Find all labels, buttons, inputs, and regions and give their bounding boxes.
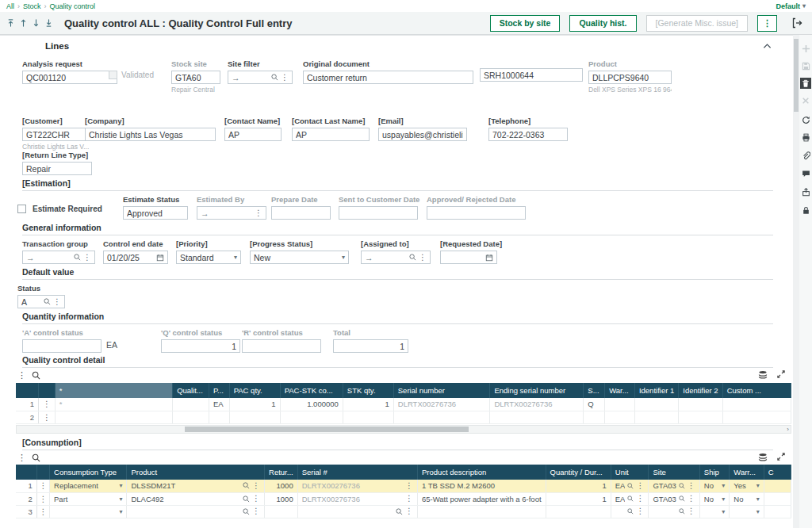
cell-serial[interactable]: DLRTX00276736⋮	[297, 480, 417, 492]
chevron-down-icon[interactable]: ▾	[722, 482, 725, 489]
previous-record-icon[interactable]	[19, 18, 28, 28]
cell-ship[interactable]: ▾	[699, 505, 729, 518]
cell-s[interactable]: Q	[584, 398, 605, 411]
search-icon[interactable]	[243, 508, 250, 515]
chevron-down-icon[interactable]: ▾	[756, 495, 760, 503]
company-input[interactable]: Christie Lights Las Vegas	[85, 128, 216, 141]
header-identifier-1[interactable]: Identifier 1	[634, 383, 678, 398]
sent-to-customer-date-input[interactable]	[339, 206, 418, 220]
cell-identifier-2[interactable]	[679, 411, 722, 423]
cell-serial-number[interactable]	[393, 411, 490, 423]
cell-unit[interactable]: EA⋮	[611, 480, 649, 492]
cell-stk-qty[interactable]: 1	[343, 398, 393, 411]
print-icon[interactable]	[800, 132, 811, 143]
calendar-icon[interactable]	[485, 254, 493, 262]
kebab-icon[interactable]: ⋮	[636, 495, 644, 503]
grid-search-icon[interactable]	[32, 453, 40, 462]
a-control-status-input[interactable]	[22, 339, 102, 353]
cell-pac-qty[interactable]	[229, 411, 280, 423]
cell-identifier-1[interactable]	[634, 398, 678, 411]
cell-c[interactable]	[764, 505, 791, 518]
kebab-icon[interactable]: ⋮	[419, 254, 427, 262]
header-identifier-2[interactable]: Identifier 2	[679, 383, 722, 398]
chevron-down-icon[interactable]: ▾	[119, 508, 122, 515]
expand-grid-icon[interactable]	[777, 370, 785, 380]
chevron-down-icon[interactable]: ▾	[756, 482, 760, 489]
comment-icon[interactable]	[800, 168, 811, 179]
breadcrumb-item-stock[interactable]: Stock	[23, 2, 41, 10]
kebab-icon[interactable]: ⋮	[252, 507, 260, 515]
transaction-group-input[interactable]: → ⋮	[22, 251, 95, 264]
header-s[interactable]: S...	[584, 383, 605, 398]
kebab-icon[interactable]: ⋮	[281, 74, 289, 82]
cell-site[interactable]: ⋮	[649, 505, 699, 518]
search-icon[interactable]	[627, 495, 634, 502]
cell-product-description[interactable]: 65-Watt power adapter with a 6-foot	[417, 492, 546, 505]
cell-identifier-2[interactable]	[679, 398, 722, 411]
analysis-request-input[interactable]: QC001120	[22, 71, 117, 84]
chevron-down-icon[interactable]: ▾	[119, 482, 122, 489]
more-actions-button[interactable]: ⋮	[757, 15, 777, 32]
kebab-icon[interactable]: ⋮	[636, 507, 644, 515]
header-serial[interactable]: Serial #	[297, 465, 417, 480]
kebab-icon[interactable]: ⋮	[252, 495, 260, 503]
cell-retur[interactable]: 1000	[265, 480, 298, 492]
row-menu-icon[interactable]: ⋮	[39, 495, 47, 503]
estimated-by-input[interactable]: → ⋮	[197, 206, 266, 220]
header-product[interactable]: Product	[127, 465, 265, 480]
assigned-to-input[interactable]: → ⋮	[361, 251, 431, 264]
grid-menu-icon[interactable]: ⋮	[17, 453, 26, 463]
cell-pac-stk[interactable]	[280, 411, 343, 423]
row-number[interactable]: 2	[16, 411, 39, 423]
search-icon[interactable]	[271, 74, 278, 81]
control-end-date-input[interactable]: 01/20/25	[103, 251, 168, 264]
email-input[interactable]: uspayables@christielites.cor	[378, 128, 467, 141]
original-document-input[interactable]: Customer return	[303, 71, 473, 84]
search-icon[interactable]	[679, 495, 685, 502]
chevron-down-icon[interactable]: ▾	[722, 495, 725, 503]
cell-stk-qty[interactable]	[343, 411, 393, 423]
search-icon[interactable]	[396, 508, 403, 515]
header-unit[interactable]: Unit	[611, 465, 649, 480]
calendar-icon[interactable]	[156, 254, 164, 262]
cell-identifier-1[interactable]	[634, 411, 678, 423]
cell-retur[interactable]: 1000	[265, 492, 298, 505]
collapse-section-icon[interactable]	[763, 43, 772, 49]
header-war[interactable]: War...	[605, 383, 635, 398]
kebab-icon[interactable]: ⋮	[53, 298, 61, 306]
header-pac-unit[interactable]: P...	[209, 383, 229, 398]
cell-site[interactable]: GTA03⋮	[649, 480, 699, 492]
scrollbar-thumb[interactable]	[794, 39, 799, 112]
grid-menu-icon[interactable]: ⋮	[17, 370, 26, 381]
header-quantity-dur[interactable]: Quantity / Dur...	[546, 465, 611, 480]
kebab-icon[interactable]: ⋮	[405, 507, 413, 515]
stock-by-site-button[interactable]: Stock by site	[490, 15, 561, 32]
site-filter-input[interactable]: → ⋮	[228, 71, 293, 84]
kebab-icon[interactable]: ⋮	[636, 482, 644, 490]
status-input[interactable]: A ⋮	[17, 295, 65, 308]
progress-status-select[interactable]: New ▾	[250, 251, 349, 264]
cell-product-description[interactable]: 1 TB SSD M.2 M2600	[417, 480, 546, 492]
cell-ending-serial[interactable]: DLRTX00276736	[490, 398, 584, 411]
quality-hist-button[interactable]: Quality hist.	[569, 15, 636, 32]
cell-war[interactable]	[605, 411, 635, 423]
row-number[interactable]: 1	[16, 480, 36, 492]
search-icon[interactable]	[74, 254, 81, 261]
cell-product[interactable]: ⋮	[127, 505, 265, 518]
cell-custom[interactable]	[722, 411, 791, 423]
chevron-down-icon[interactable]: ▾	[119, 495, 122, 503]
cell-star[interactable]	[55, 411, 172, 423]
cell-site[interactable]: GTA03⋮	[649, 492, 699, 505]
vertical-scrollbar[interactable]	[793, 35, 799, 528]
header-custom[interactable]: Custom ...	[722, 383, 791, 398]
contact-last-name-input[interactable]: AP	[292, 128, 370, 141]
cell-ending-serial[interactable]	[490, 411, 584, 423]
header-site[interactable]: Site	[649, 465, 699, 480]
search-icon[interactable]	[627, 508, 634, 515]
prepare-date-input[interactable]	[271, 206, 331, 220]
share-icon[interactable]	[800, 186, 811, 197]
document-number-input[interactable]: SRH1000644	[480, 68, 583, 82]
cell-quantity[interactable]: 1	[546, 492, 611, 505]
cell-pac-stk[interactable]: 1.000000	[280, 398, 343, 411]
header-consumption-type[interactable]: Consumption Type	[50, 465, 127, 480]
